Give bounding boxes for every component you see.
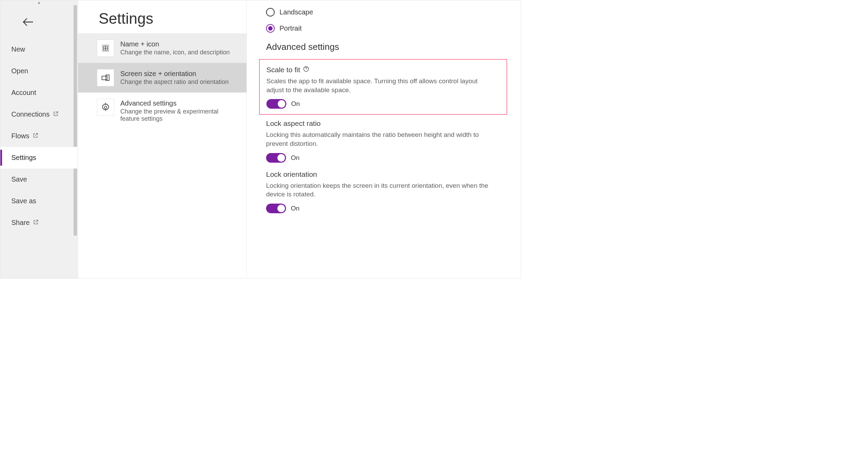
toggle-state: On bbox=[291, 154, 299, 162]
option-title-text: Scale to fit bbox=[266, 66, 300, 74]
radio-icon-checked bbox=[266, 24, 275, 33]
option-title-text: Lock aspect ratio bbox=[266, 119, 321, 128]
svg-point-4 bbox=[105, 106, 107, 109]
option-scale-to-fit: Scale to fit Scales the app to fit avail… bbox=[266, 66, 500, 109]
option-title: Lock aspect ratio bbox=[266, 119, 507, 128]
nav-share[interactable]: Share bbox=[0, 212, 78, 234]
back-arrow-icon bbox=[21, 23, 35, 31]
screen-size-icon bbox=[97, 69, 114, 86]
nav-open[interactable]: Open bbox=[0, 60, 78, 82]
nav-label: Share bbox=[11, 219, 30, 227]
nav-new[interactable]: New bbox=[0, 39, 78, 60]
gear-icon bbox=[97, 99, 114, 116]
name-icon-icon bbox=[97, 40, 114, 57]
nav-label: New bbox=[11, 45, 25, 53]
nav-save[interactable]: Save bbox=[0, 169, 78, 190]
radio-landscape[interactable]: Landscape bbox=[266, 8, 507, 17]
svg-rect-2 bbox=[102, 76, 107, 80]
card-advanced[interactable]: Advanced settings Change the preview & e… bbox=[78, 93, 246, 129]
card-desc: Change the name, icon, and description bbox=[120, 49, 230, 56]
nav-label: Settings bbox=[11, 154, 36, 162]
sidebar: ▲ New Open Account Connections Flows bbox=[0, 0, 78, 278]
card-desc: Change the preview & experimental featur… bbox=[120, 108, 239, 122]
option-desc: Scales the app to fit available space. T… bbox=[266, 77, 490, 94]
toggle-row: On bbox=[266, 153, 507, 163]
card-name-icon[interactable]: Name + icon Change the name, icon, and d… bbox=[78, 33, 246, 63]
nav-settings[interactable]: Settings bbox=[0, 147, 78, 169]
nav-label: Flows bbox=[11, 132, 29, 140]
option-desc: Locking orientation keeps the screen in … bbox=[266, 181, 490, 199]
nav-label: Account bbox=[11, 89, 36, 97]
toggle-state: On bbox=[291, 205, 299, 212]
card-text: Advanced settings Change the preview & e… bbox=[120, 99, 239, 122]
nav-label: Save as bbox=[11, 197, 36, 205]
open-external-icon bbox=[53, 110, 59, 118]
option-lock-orientation: Lock orientation Locking orientation kee… bbox=[266, 170, 507, 213]
card-text: Name + icon Change the name, icon, and d… bbox=[120, 40, 230, 56]
back-button[interactable] bbox=[0, 5, 78, 39]
card-desc: Change the aspect ratio and orientation bbox=[120, 78, 229, 86]
nav-label: Connections bbox=[11, 110, 50, 118]
page-title: Settings bbox=[78, 0, 246, 33]
option-title: Lock orientation bbox=[266, 170, 507, 179]
card-title: Screen size + orientation bbox=[120, 70, 229, 78]
toggle-scale-to-fit[interactable] bbox=[266, 99, 286, 109]
toggle-lock-aspect[interactable] bbox=[266, 153, 286, 163]
card-title: Advanced settings bbox=[120, 99, 239, 107]
scroll-up-arrow[interactable]: ▲ bbox=[0, 0, 78, 5]
option-desc: Locking this automatically maintains the… bbox=[266, 130, 490, 148]
card-screen-size[interactable]: Screen size + orientation Change the asp… bbox=[78, 63, 246, 93]
detail-panel: Landscape Portrait Advanced settings Sca… bbox=[246, 0, 521, 278]
nav-label: Save bbox=[11, 175, 27, 183]
card-title: Name + icon bbox=[120, 40, 230, 48]
scale-to-fit-highlight: Scale to fit Scales the app to fit avail… bbox=[259, 59, 507, 115]
app-root: ▲ New Open Account Connections Flows bbox=[0, 0, 521, 279]
toggle-row: On bbox=[266, 204, 507, 213]
nav-connections[interactable]: Connections bbox=[0, 104, 78, 125]
nav-label: Open bbox=[11, 67, 28, 75]
radio-icon bbox=[266, 8, 275, 17]
radio-portrait[interactable]: Portrait bbox=[266, 24, 507, 33]
radio-label: Portrait bbox=[279, 24, 301, 32]
toggle-row: On bbox=[266, 99, 500, 109]
option-title-text: Lock orientation bbox=[266, 170, 317, 179]
open-external-icon bbox=[33, 132, 39, 140]
toggle-lock-orientation[interactable] bbox=[266, 204, 286, 213]
toggle-state: On bbox=[291, 100, 300, 108]
nav-account[interactable]: Account bbox=[0, 82, 78, 104]
advanced-settings-heading: Advanced settings bbox=[266, 42, 507, 52]
settings-list: Settings Name + icon Change the name, ic… bbox=[78, 0, 246, 278]
open-external-icon bbox=[33, 219, 39, 227]
card-text: Screen size + orientation Change the asp… bbox=[120, 69, 229, 86]
option-lock-aspect: Lock aspect ratio Locking this automatic… bbox=[266, 119, 507, 162]
help-icon[interactable] bbox=[303, 66, 309, 74]
radio-label: Landscape bbox=[279, 8, 313, 16]
nav-save-as[interactable]: Save as bbox=[0, 190, 78, 212]
nav-flows[interactable]: Flows bbox=[0, 125, 78, 147]
option-title: Scale to fit bbox=[266, 66, 500, 74]
